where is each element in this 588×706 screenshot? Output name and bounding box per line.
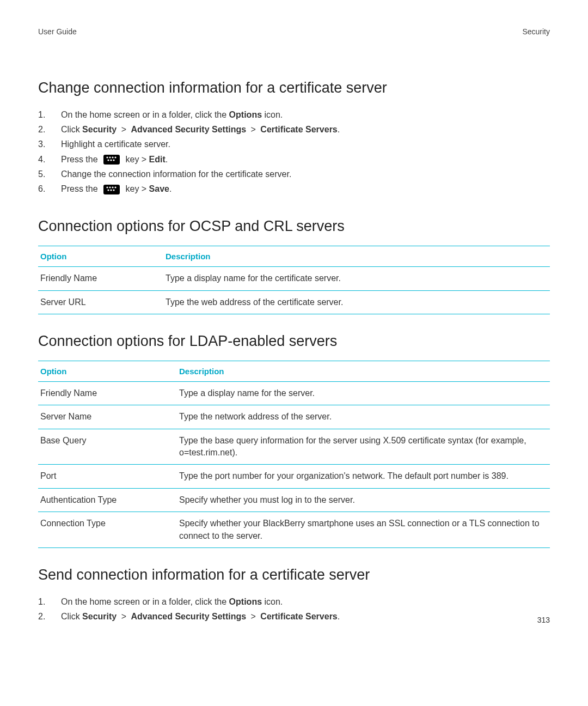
step-text: . [338,125,340,134]
menu-key-icon [103,155,120,165]
step-item: Click Security > Advanced Security Setti… [38,609,550,624]
section-title-ldap: Connection options for LDAP-enabled serv… [38,333,550,350]
bold-security: Security [82,612,117,621]
bold-save: Save [149,184,169,193]
option-cell: Port [38,465,177,488]
svg-point-6 [113,160,114,161]
step-text: . [338,612,340,621]
table-row: Server Name Type the network address of … [38,405,550,429]
svg-point-13 [113,189,114,191]
step-item: Change the connection information for th… [38,167,550,181]
svg-point-11 [107,189,109,191]
svg-point-1 [109,157,111,159]
table-header-description: Description [163,246,550,267]
table-row: Friendly Name Type a display name for th… [38,267,550,290]
step-item: Highlight a certificate server. [38,137,550,151]
step-item: On the home screen or in a folder, click… [38,107,550,122]
svg-point-4 [107,160,109,161]
breadcrumb-separator: > [246,612,260,621]
step-text: key > [123,155,149,164]
option-cell: Server Name [38,405,177,429]
step-item: Press the key > Edit. [38,152,550,167]
svg-point-3 [114,157,116,159]
svg-point-2 [112,157,113,159]
bold-edit: Edit [149,155,166,164]
table-header-description: Description [177,361,550,381]
table-row: Port Type the port number for your organ… [38,465,550,488]
step-text: Change the connection information for th… [61,169,291,179]
section-title-change-connection: Change connection information for a cert… [38,80,550,96]
step-text: Highlight a certificate server. [61,139,170,149]
table-row: Authentication Type Specify whether you … [38,488,550,512]
steps-change-connection: On the home screen or in a folder, click… [38,107,550,196]
svg-point-10 [114,186,116,188]
step-text: icon. [262,110,283,119]
step-item: Click Security > Advanced Security Setti… [38,122,550,137]
svg-point-5 [110,160,112,161]
page-number: 313 [537,616,550,624]
description-cell: Type the base query information for the … [177,429,550,465]
description-cell: Type the network address of the server. [177,405,550,429]
header-right: Security [522,27,550,36]
bold-certificate-servers: Certificate Servers [260,125,337,134]
section-title-ocsp-crl: Connection options for OCSP and CRL serv… [38,218,550,235]
svg-point-0 [106,157,108,159]
option-cell: Connection Type [38,512,177,548]
running-header: User Guide Security [38,27,550,36]
description-cell: Type the port number for your organizati… [177,465,550,488]
breadcrumb-separator: > [246,125,260,134]
option-cell: Base Query [38,429,177,465]
bold-options: Options [229,597,262,606]
table-header-option: Option [38,361,177,381]
bold-security: Security [82,125,117,134]
step-text: . [166,155,168,164]
step-item: Press the key > Save. [38,181,550,196]
table-row: Connection Type Specify whether your Bla… [38,512,550,548]
option-cell: Server URL [38,290,163,314]
bold-certificate-servers: Certificate Servers [260,612,337,621]
step-text: On the home screen or in a folder, click… [61,110,229,119]
menu-key-icon [103,185,120,194]
description-cell: Type the web address of the certificate … [163,290,550,314]
table-row: Friendly Name Type a display name for th… [38,381,550,405]
breadcrumb-separator: > [117,125,131,134]
description-cell: Type a display name for the server. [177,381,550,405]
section-title-send-connection: Send connection information for a certif… [38,567,550,583]
step-text: key > [123,184,149,193]
document-page: User Guide Security Change connection in… [0,0,588,706]
svg-point-12 [110,189,112,191]
header-left: User Guide [38,27,77,36]
step-text: Press the [61,184,100,193]
table-header-option: Option [38,246,163,267]
svg-point-7 [106,186,108,188]
bold-options: Options [229,110,262,119]
bold-advanced-security: Advanced Security Settings [131,125,246,134]
table-row: Base Query Type the base query informati… [38,429,550,465]
step-text: Press the [61,155,100,164]
table-row: Server URL Type the web address of the c… [38,290,550,314]
table-ldap-options: Option Description Friendly Name Type a … [38,361,550,548]
step-text: . [169,184,171,193]
option-cell: Authentication Type [38,488,177,512]
svg-point-8 [109,186,111,188]
step-item: On the home screen or in a folder, click… [38,594,550,609]
step-text: Click [61,125,82,134]
breadcrumb-separator: > [117,612,131,621]
bold-advanced-security: Advanced Security Settings [131,612,246,621]
step-text: Click [61,612,82,621]
step-text: On the home screen or in a folder, click… [61,597,229,606]
description-cell: Specify whether your BlackBerry smartpho… [177,512,550,548]
svg-point-9 [112,186,113,188]
description-cell: Specify whether you must log in to the s… [177,488,550,512]
option-cell: Friendly Name [38,267,163,290]
option-cell: Friendly Name [38,381,177,405]
step-text: icon. [262,597,283,606]
description-cell: Type a display name for the certificate … [163,267,550,290]
steps-send-connection: On the home screen or in a folder, click… [38,594,550,624]
table-ocsp-crl-options: Option Description Friendly Name Type a … [38,246,550,314]
